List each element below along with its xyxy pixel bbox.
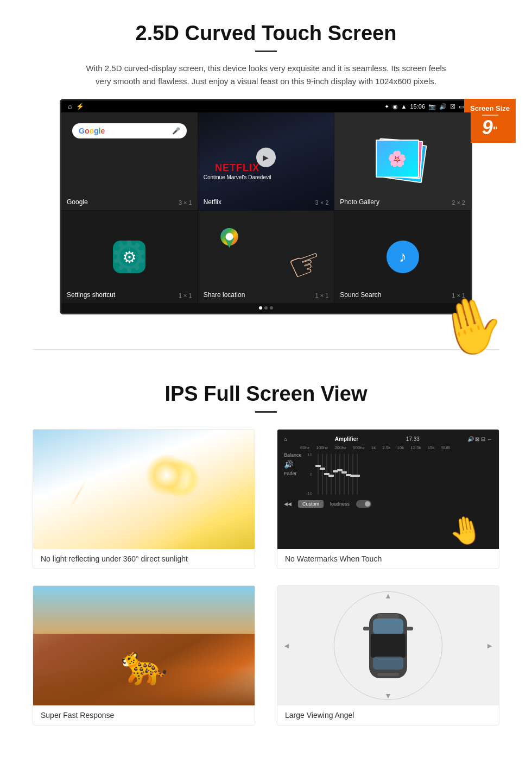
feature-card-cheetah: 🐆 Super Fast Response	[33, 585, 255, 726]
location-icon: ◉	[392, 103, 398, 110]
car-circle	[334, 591, 442, 700]
share-location-cell[interactable]: ☞ Share location 1 × 1	[198, 211, 334, 303]
dot-2	[264, 306, 268, 310]
custom-button[interactable]: Custom	[298, 500, 324, 508]
amplifier-image: ⌂ Amplifier 17:33 🔊 ⊠ ⊟ ← 60hz100hz200hz…	[277, 430, 499, 549]
dot-1	[259, 306, 262, 310]
status-right: ✦ ◉ ▲ 15:06 📷 🔊 ☒ ▭	[384, 103, 464, 110]
screen-size-label: Screen Size	[468, 104, 511, 112]
amp-controls: Balance 🔊 Fader 100-10	[284, 452, 358, 496]
sunlight-caption: No light reflecting under 360° direct su…	[33, 549, 255, 569]
cheetah-image: 🐆	[33, 586, 255, 705]
window-icon: ▭	[459, 103, 464, 110]
amp-bottom-bar: ◀◀ Custom loudness	[284, 500, 371, 508]
home-icon-amp: ⌂	[284, 436, 287, 442]
settings-label: Settings shortcut	[67, 291, 115, 299]
view-arrow-top: ▲	[384, 591, 392, 600]
google-cell[interactable]: Google 🎤 Google 3 × 1	[61, 112, 198, 210]
screen-size-number: 9"	[468, 118, 511, 137]
touch-hand-icon: 🤚	[446, 512, 485, 549]
usb-icon: ⚡	[76, 103, 84, 110]
google-size: 3 × 1	[179, 199, 192, 206]
device-wrapper: Screen Size 9" ⌂ ⚡ ✦ ◉ ▲ 15:06 📷 🔊	[60, 99, 472, 314]
car-caption: Large Viewing Angel	[277, 705, 499, 725]
netflix-label: Netflix	[204, 198, 221, 206]
view-arrow-right: ►	[486, 641, 493, 650]
feature-card-amplifier: ⌂ Amplifier 17:33 🔊 ⊠ ⊟ ← 60hz100hz200hz…	[277, 429, 499, 569]
pagination-dots	[61, 303, 471, 313]
eq-sliders: 100-10	[306, 452, 358, 496]
curved-section: 2.5D Curved Touch Screen With 2.5D curve…	[0, 0, 532, 327]
camera-icon: 📷	[428, 103, 436, 110]
curved-title: 2.5D Curved Touch Screen	[33, 22, 499, 45]
amp-statusbar: ⌂ Amplifier 17:33 🔊 ⊠ ⊟ ←	[284, 436, 492, 442]
sound-size: 1 × 1	[452, 292, 465, 299]
status-time: 15:06	[410, 103, 425, 110]
car-image: ▲ ▼ ◄ ►	[277, 586, 499, 705]
sound-label: Sound Search	[340, 291, 381, 299]
ips-title: IPS Full Screen View	[33, 382, 499, 406]
google-label: Google	[67, 198, 88, 206]
amplifier-caption: No Watermarks When Touch	[277, 549, 499, 569]
flower-icon: 🌸	[388, 150, 407, 168]
title-divider	[255, 51, 277, 52]
feature-card-sunlight: No light reflecting under 360° direct su…	[33, 429, 255, 569]
features-grid: No light reflecting under 360° direct su…	[33, 429, 499, 726]
gallery-cell[interactable]: 🌸 Photo Gallery 2 × 2	[334, 112, 471, 210]
google-searchbar[interactable]: Google 🎤	[72, 123, 187, 138]
device-frame: ⌂ ⚡ ✦ ◉ ▲ 15:06 📷 🔊 ☒ ▭	[60, 99, 472, 314]
slider-bars	[318, 452, 358, 496]
ips-section: IPS Full Screen View No light reflecting…	[0, 371, 532, 747]
status-left: ⌂ ⚡	[68, 103, 84, 110]
mic-icon: 🎤	[172, 127, 180, 135]
google-maps-icon	[214, 224, 244, 261]
music-note-icon: ♪	[399, 248, 407, 266]
page-divider	[33, 349, 499, 350]
gallery-label: Photo Gallery	[340, 198, 379, 206]
google-logo: Google	[79, 127, 105, 135]
curved-description: With 2.5D curved-display screen, this de…	[81, 62, 451, 88]
app-grid: Google 🎤 Google 3 × 1 ▶ NET	[61, 112, 471, 303]
wifi-icon: ▲	[401, 103, 407, 110]
amp-icons: 🔊 ⊠ ⊟ ←	[467, 436, 492, 442]
share-label: Share location	[204, 291, 245, 299]
dot-3	[270, 306, 273, 310]
badge-divider	[482, 115, 498, 116]
view-arrow-bottom: ▼	[384, 691, 392, 700]
settings-cell[interactable]: ⚙ ⚙ Settings shortcut 1 × 1	[61, 211, 198, 303]
gallery-stack: 🌸	[376, 140, 430, 183]
loudness-label: loudness	[330, 501, 350, 507]
amp-title: Amplifier	[335, 436, 358, 442]
x-icon: ☒	[450, 103, 455, 110]
share-size: 1 × 1	[315, 292, 329, 299]
home-icon: ⌂	[68, 103, 72, 110]
volume-icon: 🔊	[439, 103, 447, 110]
gallery-img-front: 🌸	[376, 140, 419, 178]
gallery-size: 2 × 2	[452, 199, 465, 206]
netflix-size: 3 × 2	[315, 199, 329, 206]
settings-bg-figures: ⚙	[61, 211, 198, 303]
netflix-cell[interactable]: ▶ NETFLIX Continue Marvel's Daredevil Ne…	[198, 112, 334, 210]
settings-size: 1 × 1	[179, 292, 192, 299]
sound-icon-bg: ♪	[387, 241, 419, 273]
screen-size-badge: Screen Size 9"	[464, 99, 516, 143]
netflix-play-button[interactable]: ▶	[256, 148, 276, 167]
amp-freq-labels: 60hz100hz200hz500hz1k2.5k10k12.5k15kSUB	[300, 445, 450, 450]
device-statusbar: ⌂ ⚡ ✦ ◉ ▲ 15:06 📷 🔊 ☒ ▭	[61, 100, 471, 112]
hand-pointing-icon: ☞	[282, 238, 330, 292]
ips-title-divider	[255, 411, 277, 413]
svg-point-3	[225, 233, 233, 241]
cheetah-caption: Super Fast Response	[33, 705, 255, 725]
sound-search-cell[interactable]: ♪ Sound Search 1 × 1	[334, 211, 471, 303]
sunlight-image	[33, 430, 255, 549]
view-arrow-left: ◄	[283, 641, 290, 650]
bluetooth-icon: ✦	[384, 103, 389, 110]
amp-time: 17:33	[406, 436, 420, 442]
feature-card-car: ▲ ▼ ◄ ► Large Viewing Angel	[277, 585, 499, 726]
